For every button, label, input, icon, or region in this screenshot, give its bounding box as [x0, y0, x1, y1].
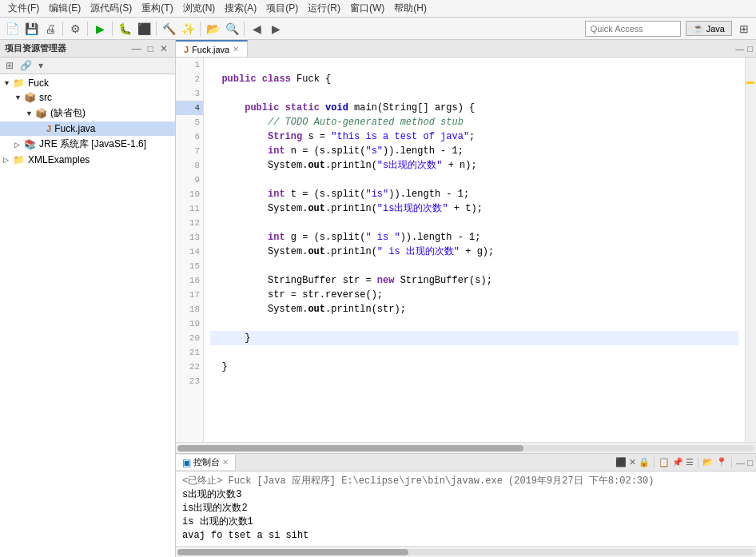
console-tab[interactable]: ▣ 控制台 ✕	[176, 455, 236, 470]
menu-file[interactable]: 文件(F)	[3, 0, 44, 17]
code-line-10: int t = (s.split("is")).length - 1;	[210, 187, 738, 201]
java-perspective-button[interactable]: ☕ Java	[686, 21, 732, 36]
maximize-panel-btn[interactable]: □	[145, 42, 156, 55]
console-scroll-thumb[interactable]	[177, 549, 408, 555]
java-file-icon: J	[46, 124, 51, 133]
arrow-jre: ▷	[14, 141, 22, 149]
menu-help[interactable]: 帮助(H)	[389, 0, 432, 17]
console-minimize-btn[interactable]: —	[736, 458, 745, 467]
console-clear-btn[interactable]: ✕	[629, 457, 636, 467]
editor-minimize-btn[interactable]: —	[735, 44, 744, 54]
tree-label-src: src	[39, 92, 52, 103]
gutter-mark-1	[746, 82, 754, 84]
arrow-src: ▼	[14, 93, 22, 101]
code-line-18: System.out.println(str);	[210, 302, 738, 316]
console-tab-close[interactable]: ✕	[222, 458, 229, 467]
link-editor-btn[interactable]: 🔗	[18, 59, 34, 72]
line-num-5: 5	[176, 115, 203, 129]
tree-label-xmlexamples: XMLExamples	[28, 154, 90, 165]
line-num-14: 14	[176, 245, 203, 259]
console-open-file-btn[interactable]: 📂	[702, 457, 714, 467]
editor-scroll-horizontal[interactable]	[176, 442, 756, 453]
scroll-track-h	[177, 445, 754, 452]
tree-item-jre[interactable]: ▷ 📚 JRE 系统库 [JavaSE-1.6]	[0, 136, 175, 153]
console-output-line-1: is出现的次数2	[182, 502, 750, 515]
quick-access-input[interactable]	[585, 21, 681, 37]
line-num-6: 6	[176, 129, 203, 144]
console-stop-btn[interactable]: ⬛	[615, 457, 627, 467]
toolbar-open-type[interactable]: 📂	[204, 20, 221, 38]
toolbar-perspective-switch[interactable]: ⊞	[735, 20, 753, 38]
menu-navigate[interactable]: 浏览(N)	[178, 0, 221, 17]
line-num-23: 23	[176, 374, 203, 388]
tab-close-btn[interactable]: ✕	[233, 45, 239, 54]
code-line-15	[210, 259, 738, 273]
toolbar-run[interactable]: ▶	[91, 20, 109, 38]
console-select-all-btn[interactable]: ☰	[686, 457, 694, 467]
code-line-3	[210, 86, 738, 101]
menu-refactor[interactable]: 重构(T)	[137, 0, 177, 17]
scroll-thumb-h[interactable]	[177, 445, 523, 452]
menu-source[interactable]: 源代码(S)	[86, 0, 137, 17]
toolbar-clean[interactable]: ✨	[179, 20, 197, 38]
collapse-all-btn[interactable]: ⊞	[3, 59, 16, 72]
java-label: Java	[706, 24, 725, 34]
console-scroll-track	[177, 549, 754, 555]
line-num-11: 11	[176, 201, 203, 216]
right-panel: J Fuck.java ✕ — □ 1234567891011121314151…	[176, 40, 756, 557]
tab-java-icon: J	[184, 45, 189, 54]
console-copy-btn[interactable]: 📋	[659, 457, 670, 467]
console-scroll-horizontal[interactable]	[176, 546, 756, 557]
console-paste-btn[interactable]: 📌	[672, 457, 683, 467]
menu-search[interactable]: 搜索(A)	[220, 0, 261, 17]
package-icon: 📦	[35, 108, 47, 119]
console-pin-btn[interactable]: 📍	[716, 457, 727, 467]
toolbar-search[interactable]: 🔍	[223, 20, 241, 38]
toolbar-settings[interactable]: ⚙	[66, 20, 84, 38]
close-panel-btn[interactable]: ✕	[157, 42, 170, 55]
minimize-panel-btn[interactable]: —	[129, 42, 144, 55]
code-line-2: public class Fuck {	[210, 72, 738, 86]
sep1	[62, 22, 63, 36]
toolbar-stop[interactable]: ⬛	[135, 20, 153, 38]
code-line-21	[210, 345, 738, 360]
toolbar-debug[interactable]: 🐛	[116, 20, 133, 38]
console-sep1	[654, 457, 655, 468]
console-output-line-3: avaj fo tset a si siht	[182, 529, 750, 543]
menu-edit[interactable]: 编辑(E)	[44, 0, 86, 17]
line-num-4: 4	[176, 101, 203, 115]
code-line-6: String s = "this is a test of java";	[210, 129, 738, 144]
console-scroll-lock-btn[interactable]: 🔒	[639, 457, 650, 467]
code-line-16: StringBuffer str = new StringBuffer(s);	[210, 273, 738, 288]
line-num-7: 7	[176, 144, 203, 158]
toolbar-next[interactable]: ▶	[267, 20, 284, 38]
menu-project[interactable]: 项目(P)	[261, 0, 303, 17]
toolbar-save[interactable]: 💾	[22, 20, 40, 38]
tree-item-xmlexamples[interactable]: ▷ 📁 XMLExamples	[0, 153, 175, 167]
console-terminated-line: <已终止> Fuck [Java 应用程序] E:\eclipse\jre\bi…	[182, 475, 750, 488]
toolbar-print[interactable]: 🖨	[42, 20, 59, 38]
line-num-3: 3	[176, 86, 203, 101]
line-num-13: 13	[176, 230, 203, 245]
tree-item-fuck[interactable]: ▼ 📁 Fuck	[0, 76, 175, 90]
toolbar-build[interactable]: 🔨	[160, 20, 177, 38]
menu-window[interactable]: 窗口(W)	[345, 0, 389, 17]
line-num-17: 17	[176, 288, 203, 302]
editor-tab-fuck-java[interactable]: J Fuck.java ✕	[176, 40, 248, 57]
editor-maximize-btn[interactable]: □	[747, 44, 753, 54]
toolbar-prev[interactable]: ◀	[248, 20, 265, 38]
code-content[interactable]: public class Fuck { public static void m…	[204, 58, 745, 442]
toolbar-new[interactable]: 📄	[3, 20, 21, 38]
tree-item-src[interactable]: ▼ 📦 src	[0, 90, 175, 105]
folder-icon: 📁	[13, 78, 25, 89]
arrow-default-pkg: ▼	[26, 109, 34, 117]
panel-menu-btn[interactable]: ▾	[36, 59, 46, 72]
tree-item-default-pkg[interactable]: ▼ 📦 (缺省包)	[0, 105, 175, 121]
console-maximize-btn[interactable]: □	[747, 458, 753, 467]
menu-run[interactable]: 运行(R)	[303, 0, 345, 17]
java-icon: ☕	[693, 23, 704, 34]
tree-item-fuck-java[interactable]: J Fuck.java	[0, 121, 175, 136]
code-line-4: public static void main(String[] args) {	[210, 101, 738, 115]
line-numbers: 1234567891011121314151617181920212223	[176, 58, 204, 442]
console-sep2	[698, 457, 698, 468]
